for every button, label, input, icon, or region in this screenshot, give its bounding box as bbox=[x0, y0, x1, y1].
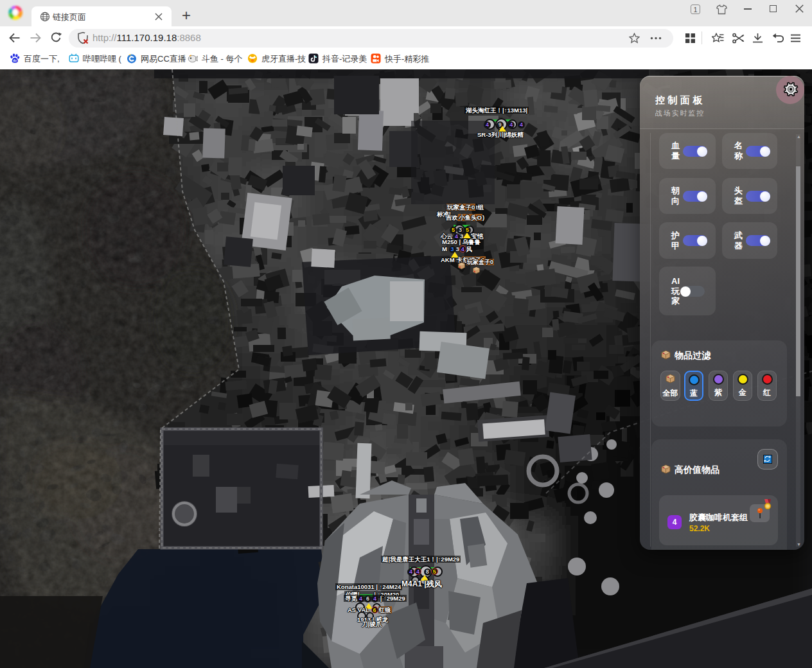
svg-text:du: du bbox=[13, 59, 17, 62]
